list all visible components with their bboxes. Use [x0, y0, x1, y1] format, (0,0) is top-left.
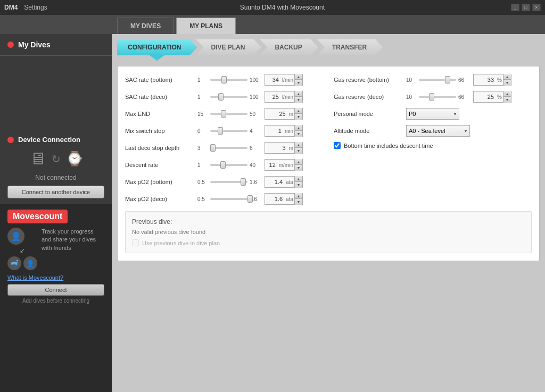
descent-rate-slider[interactable]: 1 40	[197, 162, 261, 168]
sac-deco-slider[interactable]: 1 100	[197, 94, 261, 100]
gas-reserve-bottom-up[interactable]: ▲	[503, 74, 511, 80]
sac-bottom-track[interactable]	[210, 79, 247, 81]
pO2-deco-spinners[interactable]: ▲ ▼	[294, 193, 302, 205]
last-deco-spinners[interactable]: ▲ ▼	[294, 142, 302, 154]
movescount-connect-button[interactable]: Connect	[7, 284, 104, 296]
mix-switch-spinners[interactable]: ▲ ▼	[294, 125, 302, 137]
bottom-time-checkbox[interactable]	[334, 142, 341, 149]
sac-deco-up[interactable]: ▲	[295, 91, 302, 97]
pO2-bottom-input[interactable]: 1.4 ata ▲ ▼	[265, 176, 303, 188]
altitude-mode-select-wrapper[interactable]: A0 - Sea level A1 A2 ▼	[406, 125, 470, 137]
pO2-bottom-track[interactable]	[210, 181, 247, 183]
pO2-bottom-spinners[interactable]: ▲ ▼	[294, 176, 302, 188]
pO2-deco-track[interactable]	[210, 198, 247, 200]
max-end-up[interactable]: ▲	[295, 108, 302, 114]
sac-bottom-down[interactable]: ▼	[295, 80, 302, 86]
prev-dive-checkbox-row: Use previous dive in dive plan	[132, 239, 525, 246]
mix-switch-input[interactable]: 1 min ▲ ▼	[265, 125, 303, 137]
last-deco-down[interactable]: ▼	[295, 148, 302, 154]
tab-my-plans[interactable]: MY PLANS	[176, 18, 236, 34]
tab-my-dives[interactable]: MY DIVES	[117, 18, 174, 34]
gas-reserve-bottom-spinners[interactable]: ▲ ▼	[503, 74, 511, 86]
sac-deco-down[interactable]: ▼	[295, 97, 302, 103]
altitude-mode-select[interactable]: A0 - Sea level A1 A2	[406, 125, 470, 137]
gas-reserve-deco-input[interactable]: 25 % ▲ ▼	[473, 91, 511, 103]
what-is-movescount-link[interactable]: What is Movescount?	[7, 274, 104, 281]
maximize-btn[interactable]: □	[522, 4, 530, 11]
altitude-mode-label: Altitude mode	[334, 128, 403, 134]
sac-bottom-input[interactable]: 34 l/min ▲ ▼	[265, 74, 303, 86]
last-deco-thumb[interactable]	[210, 144, 216, 152]
tab-transfer[interactable]: TRANSFER	[317, 39, 383, 55]
gas-reserve-deco-slider[interactable]: 10 66	[406, 94, 470, 100]
personal-mode-select-wrapper[interactable]: P0 P1 P2 ▼	[406, 108, 459, 120]
tab-configuration[interactable]: CONFIGURATION	[117, 39, 197, 55]
max-end-track[interactable]	[210, 113, 247, 115]
last-deco-input[interactable]: 3 m ▲ ▼	[265, 142, 303, 154]
max-end-slider[interactable]: 15 50	[197, 111, 261, 117]
descent-rate-track[interactable]	[210, 164, 247, 166]
gas-reserve-bottom-track[interactable]	[419, 79, 456, 81]
descent-rate-input[interactable]: 12 m/min ▲ ▼	[265, 159, 303, 171]
sidebar: My Dives Device Connection 🖥 ↻ ⌚ Not con…	[0, 34, 112, 392]
gas-reserve-deco-down[interactable]: ▼	[503, 97, 511, 103]
descent-rate-spinners[interactable]: ▲ ▼	[294, 159, 302, 171]
sac-deco-thumb[interactable]	[218, 93, 224, 101]
param-altitude-mode: Altitude mode A0 - Sea level A1 A2 ▼	[334, 125, 532, 137]
tab-backup[interactable]: BACKUP	[260, 39, 318, 55]
pO2-deco-down[interactable]: ▼	[295, 199, 302, 205]
mix-switch-down[interactable]: ▼	[295, 131, 302, 137]
param-gas-reserve-bottom: Gas reserve (bottom) 10 66 33 %	[334, 74, 532, 86]
descent-rate-thumb[interactable]	[220, 161, 226, 169]
gas-reserve-bottom-thumb[interactable]	[445, 76, 450, 84]
sac-bottom-thumb[interactable]	[221, 76, 227, 84]
close-btn[interactable]: ×	[532, 4, 541, 11]
mix-switch-thumb[interactable]	[218, 127, 223, 135]
max-end-spinners[interactable]: ▲ ▼	[294, 108, 302, 120]
gas-reserve-deco-thumb[interactable]	[429, 93, 434, 101]
pO2-bottom-down[interactable]: ▼	[295, 182, 302, 188]
sac-bottom-spinners[interactable]: ▲ ▼	[294, 74, 302, 86]
gas-reserve-deco-track[interactable]	[419, 96, 456, 98]
max-end-thumb[interactable]	[221, 110, 226, 118]
mix-switch-up[interactable]: ▲	[295, 125, 302, 131]
pO2-bottom-slider[interactable]: 0.5 1.6	[197, 179, 261, 185]
personal-mode-select[interactable]: P0 P1 P2	[406, 108, 459, 120]
max-end-input[interactable]: 25 m ▲ ▼	[265, 108, 303, 120]
main-panel: CONFIGURATION DIVE PLAN BACKUP TRANSFER …	[112, 34, 545, 392]
sac-deco-input[interactable]: 25 l/min ▲ ▼	[265, 91, 303, 103]
my-dives-section: My Dives	[0, 34, 112, 56]
minimize-btn[interactable]: _	[511, 4, 519, 11]
bottom-time-label: Bottom time includes descent time	[344, 143, 433, 149]
connect-another-device-button[interactable]: Connect to another device	[7, 186, 104, 198]
pO2-bottom-label: Max pO2 (bottom)	[125, 179, 194, 185]
tab-dive-plan[interactable]: DIVE PLAN	[196, 39, 261, 55]
pO2-bottom-up[interactable]: ▲	[295, 176, 302, 182]
pO2-deco-thumb[interactable]	[247, 195, 253, 203]
sac-deco-spinners[interactable]: ▲ ▼	[294, 91, 302, 103]
settings-menu[interactable]: Settings	[24, 4, 47, 11]
pO2-bottom-thumb[interactable]	[241, 178, 246, 186]
descent-rate-up[interactable]: ▲	[295, 159, 302, 165]
last-deco-track[interactable]	[210, 147, 247, 149]
sac-deco-track[interactable]	[210, 96, 247, 98]
mix-switch-slider[interactable]: 0 4	[197, 128, 261, 134]
last-deco-up[interactable]: ▲	[295, 142, 302, 148]
tab-spacer	[117, 61, 540, 66]
sac-bottom-up[interactable]: ▲	[295, 74, 302, 80]
max-end-down[interactable]: ▼	[295, 114, 302, 120]
mix-switch-track[interactable]	[210, 130, 247, 132]
gas-reserve-deco-spinners[interactable]: ▲ ▼	[503, 91, 511, 103]
gas-reserve-bottom-slider[interactable]: 10 66	[406, 77, 470, 83]
last-deco-slider[interactable]: 3 6	[197, 145, 261, 151]
movescount-content: 👤 ↙ 🤿 👤 Track your progress and share yo…	[7, 228, 104, 270]
pO2-deco-input[interactable]: 1.6 ata ▲ ▼	[265, 193, 303, 205]
pO2-deco-slider[interactable]: 0.5 1.6	[197, 196, 261, 202]
gas-reserve-bottom-input[interactable]: 33 % ▲ ▼	[473, 74, 511, 86]
descent-rate-down[interactable]: ▼	[295, 165, 302, 171]
movescount-section: Movescount 👤 ↙ 🤿 👤 Track your progress a…	[0, 204, 112, 392]
sac-bottom-slider[interactable]: 1 100	[197, 77, 261, 83]
gas-reserve-deco-up[interactable]: ▲	[503, 91, 511, 97]
gas-reserve-bottom-down[interactable]: ▼	[503, 80, 511, 86]
pO2-deco-up[interactable]: ▲	[295, 193, 302, 199]
